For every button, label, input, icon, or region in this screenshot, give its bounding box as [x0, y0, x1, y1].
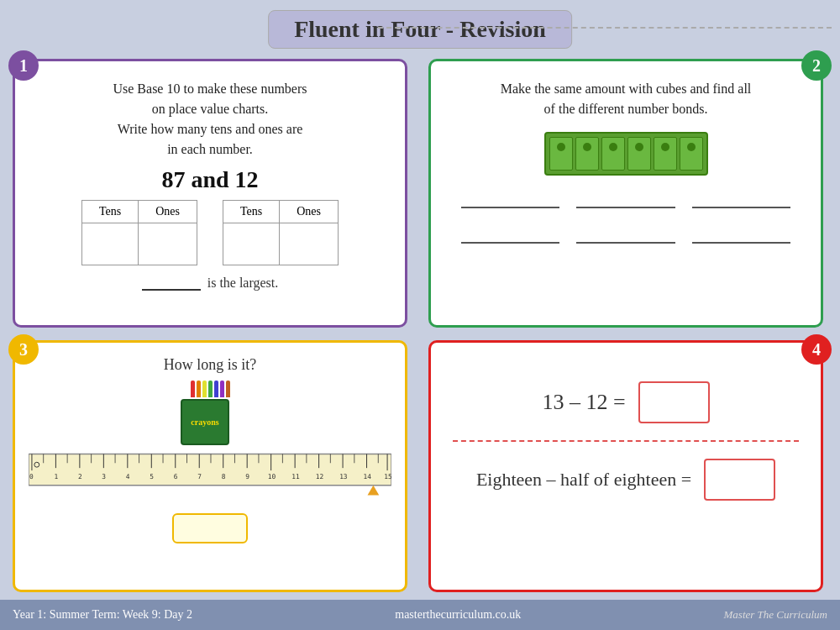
crayons-illustration: crayons — [181, 381, 239, 445]
crayon-blue — [214, 381, 218, 397]
svg-text:1: 1 — [54, 473, 58, 480]
svg-text:9: 9 — [245, 473, 249, 480]
largest-statement: is the largest. — [29, 276, 391, 291]
svg-text:12: 12 — [316, 473, 324, 480]
question-3-panel: How long is it? crayons 0 — [13, 340, 407, 592]
cube-1 — [549, 137, 573, 171]
q3-answer-input[interactable] — [172, 513, 248, 543]
svg-text:0: 0 — [29, 473, 34, 480]
crayon-green — [208, 381, 213, 397]
crayon-red — [191, 381, 195, 397]
cube-3 — [601, 137, 625, 171]
question-4-panel: 13 – 12 = Eighteen – half of eighteen = — [428, 340, 823, 592]
title-divider — [378, 27, 832, 29]
q1-instructions: Use Base 10 to make these numbers on pla… — [29, 79, 391, 160]
footer-center: masterthecurriculum.co.uk — [395, 608, 521, 622]
svg-text:8: 8 — [222, 473, 226, 480]
q4-equation2-text: Eighteen – half of eighteen = — [476, 469, 691, 491]
ones-cell[interactable] — [139, 223, 197, 265]
svg-text:3: 3 — [102, 473, 106, 480]
cubes-visual — [444, 132, 807, 176]
bond-line-6[interactable] — [692, 223, 790, 244]
bond-line-1[interactable] — [461, 188, 559, 208]
svg-text:11: 11 — [291, 473, 300, 480]
page-title: Fluent in Four - Revision — [268, 10, 572, 49]
tens-cell[interactable] — [81, 223, 138, 265]
crayon-tips — [181, 381, 239, 397]
q2-instructions: Make the same amount with cubes and find… — [444, 79, 807, 119]
svg-text:2: 2 — [78, 473, 82, 480]
bond-line-4[interactable] — [461, 223, 559, 244]
svg-text:5: 5 — [150, 473, 154, 480]
ones-header-2: Ones — [280, 201, 339, 223]
cube-5 — [654, 137, 677, 171]
tens-cell-2[interactable] — [223, 223, 280, 265]
q4-answer-box-1[interactable] — [638, 381, 710, 423]
q4-top-equation: 13 – 12 = — [444, 381, 807, 423]
q4-answer-box-2[interactable] — [704, 459, 775, 501]
crayon-purple — [220, 381, 224, 397]
number-bonds-grid — [444, 188, 807, 244]
q3-title: How long is it? — [29, 356, 391, 374]
crayon-brown — [226, 381, 230, 397]
svg-text:13: 13 — [339, 473, 348, 480]
pv-table-87: Tens Ones — [81, 200, 197, 265]
pv-table-12: Tens Ones — [223, 200, 339, 265]
footer-left: Year 1: Summer Term: Week 9: Day 2 — [13, 608, 192, 622]
crayon-yellow — [202, 381, 207, 397]
crayon-orange — [197, 381, 201, 397]
ones-cell-2[interactable] — [280, 223, 339, 265]
tens-header: Tens — [81, 201, 138, 223]
svg-text:14: 14 — [364, 473, 372, 480]
ruler-marker — [368, 486, 380, 496]
cube-4 — [627, 137, 651, 171]
largest-blank — [142, 289, 201, 291]
svg-rect-0 — [29, 454, 391, 485]
place-value-tables: Tens Ones Tens Ones — [29, 200, 391, 265]
bond-line-5[interactable] — [576, 223, 675, 244]
question-2-panel: Make the same amount with cubes and find… — [428, 59, 823, 328]
footer-logo: Master The Curriculum — [724, 608, 828, 622]
question-badge-3: 3 — [8, 334, 39, 365]
bond-line-3[interactable] — [692, 188, 790, 208]
q3-answer-area — [29, 507, 391, 543]
svg-text:7: 7 — [197, 473, 202, 480]
question-badge-4: 4 — [801, 334, 832, 365]
question-badge-1: 1 — [8, 50, 39, 81]
q4-bottom-equation: Eighteen – half of eighteen = — [444, 459, 807, 501]
ruler: 0 1 2 3 4 5 6 7 8 — [29, 449, 391, 500]
bond-line-2[interactable] — [576, 188, 675, 208]
q1-numbers-display: 87 and 12 — [29, 166, 391, 193]
cube-block — [544, 132, 708, 176]
svg-text:10: 10 — [268, 473, 276, 480]
tens-header-2: Tens — [223, 201, 280, 223]
q4-divider — [453, 440, 799, 442]
ones-header: Ones — [139, 201, 197, 223]
svg-text:15: 15 — [384, 473, 391, 480]
question-1-panel: Use Base 10 to make these numbers on pla… — [13, 59, 407, 328]
q4-equation-text: 13 – 12 = — [542, 390, 625, 415]
question-badge-2: 2 — [801, 50, 832, 81]
footer: Year 1: Summer Term: Week 9: Day 2 maste… — [0, 600, 840, 630]
svg-text:4: 4 — [126, 473, 130, 480]
cube-2 — [575, 137, 599, 171]
cube-6 — [680, 137, 703, 171]
svg-text:6: 6 — [174, 473, 178, 480]
crayons-box-body: crayons — [181, 399, 229, 445]
